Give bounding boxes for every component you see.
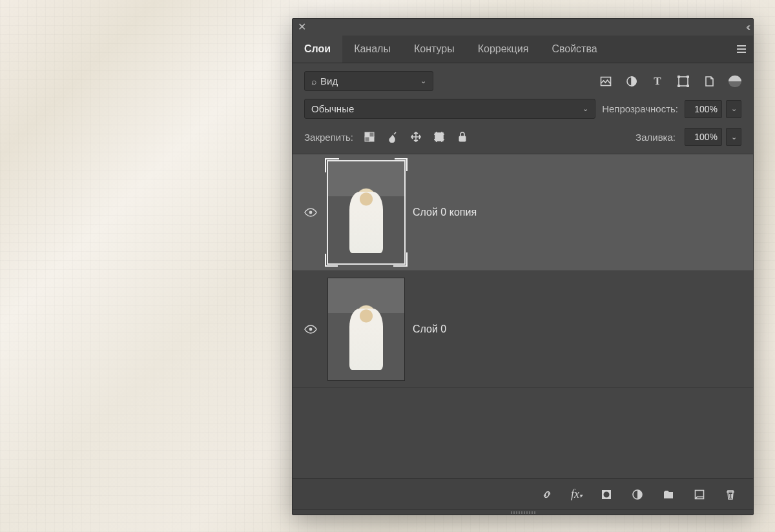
panel-footer: fx▾ xyxy=(293,478,753,509)
layer-name[interactable]: Слой 0 копия xyxy=(413,207,477,218)
svg-rect-8 xyxy=(369,137,374,141)
blend-mode-dropdown[interactable]: Обычные ⌄ xyxy=(304,99,595,119)
link-icon[interactable] xyxy=(540,487,554,502)
svg-point-5 xyxy=(678,85,680,87)
new-layer-icon[interactable] xyxy=(692,487,707,502)
visibility-toggle[interactable] xyxy=(302,325,320,334)
tab-layers[interactable]: Слои xyxy=(293,34,342,63)
svg-point-13 xyxy=(309,211,313,214)
collapse-icon[interactable]: ‹‹ xyxy=(746,21,748,33)
close-icon[interactable]: ✕ xyxy=(298,22,306,32)
tab-adjustments[interactable]: Коррекция xyxy=(466,36,541,63)
fill-dropdown[interactable]: ⌄ xyxy=(726,128,741,146)
layer-thumbnail[interactable] xyxy=(327,161,405,264)
svg-point-16 xyxy=(604,491,610,497)
mask-icon[interactable] xyxy=(599,487,614,502)
svg-point-3 xyxy=(678,76,680,77)
fill-input[interactable] xyxy=(685,128,722,146)
adjustment-icon[interactable] xyxy=(625,75,638,88)
fx-icon[interactable]: fx▾ xyxy=(571,487,583,501)
layer-list: Слой 0 копия Слой 0 xyxy=(293,154,753,478)
tab-paths[interactable]: Контуры xyxy=(402,36,466,63)
svg-point-14 xyxy=(309,328,313,331)
blend-mode-value: Обычные xyxy=(311,103,354,114)
fill-label: Заливка: xyxy=(636,132,676,143)
lock-paint-icon[interactable] xyxy=(386,130,400,144)
tab-label: Слои xyxy=(304,43,331,54)
kind-filter-label: Вид xyxy=(320,76,338,87)
adjustment-layer-icon[interactable] xyxy=(630,487,645,502)
trash-icon[interactable] xyxy=(723,487,738,502)
lock-all-icon[interactable] xyxy=(455,130,470,144)
shape-icon[interactable] xyxy=(677,75,690,88)
lock-artboard-icon[interactable] xyxy=(432,130,446,144)
lock-position-icon[interactable] xyxy=(409,130,423,144)
blend-row: Обычные ⌄ Непрозрачность: ⌄ xyxy=(293,99,753,125)
smartobject-icon[interactable] xyxy=(703,75,716,88)
svg-rect-12 xyxy=(459,136,466,141)
chevron-down-icon: ⌄ xyxy=(420,77,426,85)
lock-transparency-icon[interactable] xyxy=(362,130,377,144)
visibility-toggle[interactable] xyxy=(302,208,320,217)
chevron-down-icon: ⌄ xyxy=(583,105,588,113)
svg-point-4 xyxy=(687,76,689,77)
svg-rect-11 xyxy=(435,133,443,141)
opacity-label: Непрозрачность: xyxy=(602,103,678,114)
layer-filter-icons: T xyxy=(599,75,741,88)
panel-tabs: Слои Каналы Контуры Коррекция Свойства xyxy=(293,36,753,63)
image-icon[interactable] xyxy=(599,75,612,88)
tab-label: Контуры xyxy=(414,43,455,54)
fill-control: ⌄ xyxy=(685,128,741,146)
lock-row: Закрепить: Заливка: ⌄ xyxy=(293,125,753,154)
lock-label: Закрепить: xyxy=(304,132,353,143)
layer-filter-row: ⌕Вид ⌄ T xyxy=(293,63,753,99)
filter-toggle[interactable] xyxy=(728,76,741,87)
layers-panel: ✕ ‹‹ Слои Каналы Контуры Коррекция Свойс… xyxy=(292,18,754,515)
svg-rect-9 xyxy=(369,132,374,137)
chevron-down-icon: ⌄ xyxy=(731,105,737,113)
type-icon[interactable]: T xyxy=(651,75,664,88)
layer-thumbnail[interactable] xyxy=(327,278,405,381)
opacity-control: ⌄ xyxy=(685,100,741,118)
tab-label: Каналы xyxy=(354,43,391,54)
layer-row[interactable]: Слой 0 xyxy=(293,271,753,388)
group-icon[interactable] xyxy=(661,487,676,502)
svg-rect-7 xyxy=(365,132,369,137)
layer-row[interactable]: Слой 0 копия xyxy=(293,154,753,271)
layer-name[interactable]: Слой 0 xyxy=(413,323,446,335)
resize-grip[interactable] xyxy=(293,509,753,515)
svg-rect-2 xyxy=(679,77,688,86)
opacity-input[interactable] xyxy=(685,100,722,118)
tab-channels[interactable]: Каналы xyxy=(342,36,402,63)
svg-point-6 xyxy=(687,85,689,87)
tab-label: Коррекция xyxy=(478,43,529,54)
panel-titlebar: ✕ ‹‹ xyxy=(293,19,753,36)
svg-rect-10 xyxy=(365,137,369,141)
search-icon: ⌕ xyxy=(311,76,316,87)
tab-properties[interactable]: Свойства xyxy=(540,36,608,63)
tab-label: Свойства xyxy=(552,43,597,54)
panel-menu-icon[interactable] xyxy=(730,43,753,55)
chevron-down-icon: ⌄ xyxy=(731,133,737,141)
opacity-dropdown[interactable]: ⌄ xyxy=(726,100,741,118)
kind-filter-dropdown[interactable]: ⌕Вид ⌄ xyxy=(304,71,433,91)
